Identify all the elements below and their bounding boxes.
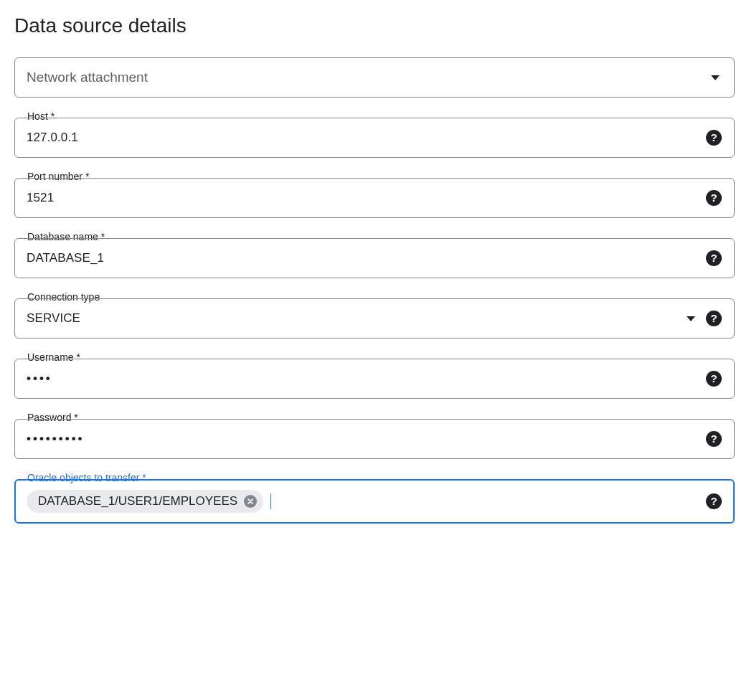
network-attachment-field-wrapper: Network attachment (14, 57, 735, 98)
help-icon[interactable]: ? (705, 250, 722, 267)
network-attachment-select[interactable]: Network attachment (14, 57, 735, 98)
chevron-down-icon (711, 75, 720, 80)
host-field-wrapper: Host * 127.0.0.1 ? (14, 118, 735, 158)
database-name-value: DATABASE_1 (27, 251, 705, 265)
svg-text:?: ? (710, 372, 717, 384)
text-cursor (270, 493, 271, 509)
svg-text:?: ? (710, 191, 717, 204)
oracle-object-chip[interactable]: DATABASE_1/USER1/EMPLOYEES (27, 490, 263, 513)
network-attachment-placeholder: Network attachment (27, 70, 711, 85)
username-input[interactable]: •••• ? (14, 359, 735, 399)
svg-text:?: ? (710, 312, 717, 324)
host-value: 127.0.0.1 (27, 131, 705, 145)
connection-type-field-wrapper: Connection type SERVICE ? (14, 298, 735, 339)
svg-text:?: ? (710, 252, 717, 264)
page-title: Data source details (14, 14, 735, 37)
oracle-objects-input[interactable]: DATABASE_1/USER1/EMPLOYEES ? (14, 479, 735, 524)
help-icon[interactable]: ? (705, 370, 722, 387)
username-value: •••• (27, 372, 705, 386)
port-value: 1521 (27, 191, 705, 205)
close-icon[interactable] (243, 494, 258, 509)
help-icon[interactable]: ? (705, 129, 722, 146)
help-icon[interactable]: ? (705, 189, 722, 207)
chevron-down-icon (687, 316, 695, 321)
svg-text:?: ? (710, 432, 717, 445)
username-field-wrapper: Username * •••• ? (14, 359, 735, 399)
chip-label: DATABASE_1/USER1/EMPLOYEES (38, 494, 237, 509)
form-container: Network attachment Host * 127.0.0.1 ? Po… (14, 57, 735, 524)
password-value: ••••••••• (27, 432, 705, 446)
port-field-wrapper: Port number * 1521 ? (14, 178, 735, 218)
database-name-input[interactable]: DATABASE_1 ? (14, 238, 735, 278)
password-field-wrapper: Password * ••••••••• ? (14, 419, 735, 459)
connection-type-value: SERVICE (27, 311, 687, 326)
connection-type-select[interactable]: SERVICE ? (14, 298, 735, 339)
port-input[interactable]: 1521 ? (14, 178, 735, 218)
svg-text:?: ? (710, 495, 717, 507)
host-input[interactable]: 127.0.0.1 ? (14, 118, 735, 158)
help-icon[interactable]: ? (705, 430, 722, 448)
help-icon[interactable]: ? (705, 310, 722, 327)
password-input[interactable]: ••••••••• ? (14, 419, 735, 459)
help-icon[interactable]: ? (705, 493, 722, 510)
oracle-objects-field-wrapper: Oracle objects to transfer * DATABASE_1/… (14, 479, 735, 524)
svg-text:?: ? (710, 131, 717, 143)
chip-container: DATABASE_1/USER1/EMPLOYEES (27, 490, 705, 513)
database-name-field-wrapper: Database name * DATABASE_1 ? (14, 238, 735, 278)
